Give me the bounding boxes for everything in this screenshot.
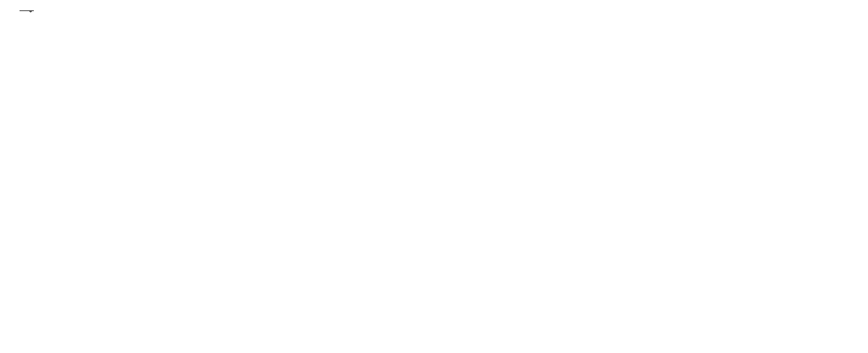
page-title: ⌄ — [9, 9, 34, 11]
chart-area — [10, 73, 857, 346]
time-range-dropdown[interactable]: ⌄ — [20, 9, 34, 11]
downloads-line-chart — [10, 73, 857, 346]
chevron-down-icon: ⌄ — [27, 5, 34, 14]
